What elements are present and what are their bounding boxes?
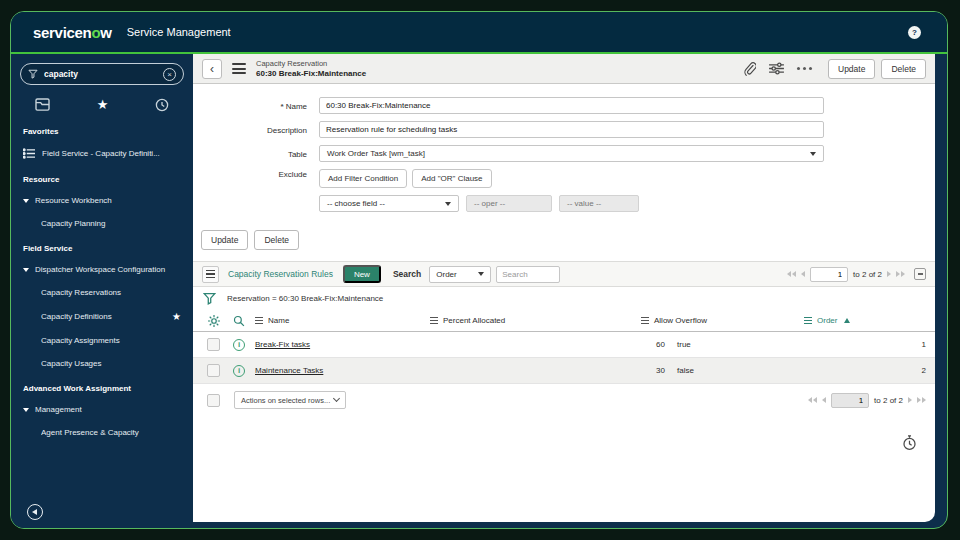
new-button[interactable]: New: [343, 265, 381, 283]
info-icon[interactable]: i: [233, 339, 245, 351]
column-header-name[interactable]: Name: [255, 316, 430, 325]
more-options-icon[interactable]: [797, 67, 813, 71]
name-field-label: *Name: [193, 101, 319, 111]
record-type-label: Capacity Reservation: [256, 59, 366, 69]
nav-section-field-service: Field Service: [11, 235, 193, 258]
add-filter-condition-button[interactable]: Add Filter Condition: [319, 169, 407, 188]
table-select[interactable]: Work Order Task [wm_task]: [319, 145, 824, 162]
form-caption-bar: ‹ Capacity Reservation 60:30 Break-Fix:M…: [193, 54, 935, 84]
condition-row-spacer: [193, 203, 319, 204]
column-header-order[interactable]: Order: [804, 316, 850, 325]
order-value: 2: [828, 366, 935, 375]
list-refresh-timer-icon[interactable]: [902, 435, 917, 451]
sidebar-search[interactable]: ×: [20, 63, 184, 85]
favorites-tab-icon[interactable]: ★: [97, 97, 109, 112]
gear-icon[interactable]: [208, 315, 220, 327]
delete-button[interactable]: Delete: [881, 59, 926, 79]
required-marker: *: [281, 102, 284, 111]
personalize-form-sliders-icon[interactable]: [769, 62, 784, 75]
capacity-reservation-rules-list: Capacity Reservation Rules New Search Or…: [193, 261, 935, 451]
next-page-icon[interactable]: [908, 397, 912, 403]
delete-button-bottom[interactable]: Delete: [254, 230, 299, 250]
search-input[interactable]: [44, 69, 163, 79]
list-icon: [23, 148, 36, 159]
collapse-sidebar-button[interactable]: [27, 504, 43, 520]
help-icon[interactable]: ?: [908, 26, 921, 39]
column-header-percent-allocated[interactable]: Percent Allocated: [430, 316, 641, 325]
last-page-icon[interactable]: [917, 397, 926, 403]
row-checkbox[interactable]: [207, 364, 220, 377]
nav-section-favorites: Favorites: [11, 118, 193, 141]
page-number-input[interactable]: [810, 267, 848, 282]
all-applications-icon[interactable]: [35, 98, 50, 111]
form-context-menu-icon[interactable]: [232, 63, 246, 74]
sidebar-item-capacity-planning[interactable]: Capacity Planning: [11, 212, 193, 235]
next-page-icon[interactable]: [887, 271, 891, 277]
previous-page-icon[interactable]: [822, 397, 826, 403]
record-link[interactable]: Break-Fix tasks: [255, 340, 310, 349]
column-menu-icon: [641, 317, 649, 324]
sidebar-item-capacity-usages[interactable]: Capacity Usages: [11, 352, 193, 375]
minimize-list-icon[interactable]: [914, 268, 926, 280]
first-page-icon[interactable]: [787, 271, 796, 277]
first-page-icon[interactable]: [808, 397, 817, 403]
chevron-down-icon: [333, 395, 340, 402]
attachment-paperclip-icon[interactable]: [743, 62, 756, 76]
name-field[interactable]: [319, 97, 824, 114]
clear-search-icon[interactable]: ×: [163, 68, 176, 81]
back-button[interactable]: ‹: [202, 59, 222, 79]
actions-on-selected-rows-select[interactable]: Actions on selected rows...: [234, 391, 346, 409]
chevron-down-icon: [23, 268, 29, 272]
description-field[interactable]: [319, 121, 824, 138]
table-row[interactable]: i Break-Fix tasks 60 true 1: [193, 332, 935, 358]
column-menu-icon: [804, 317, 812, 324]
breadcrumb-filter-text[interactable]: Reservation = 60:30 Break-Fix:Maintenanc…: [227, 294, 383, 303]
table-row[interactable]: i Maintenance Tasks 30 false 2: [193, 358, 935, 384]
choose-field-select[interactable]: -- choose field --: [319, 195, 459, 212]
order-value: 1: [828, 340, 935, 349]
sidebar-item-agent-presence-capacity[interactable]: Agent Presence & Capacity: [11, 421, 193, 444]
operator-field-disabled: -- oper --: [466, 195, 552, 212]
arrow-left-icon: [32, 509, 37, 515]
list-title-link[interactable]: Capacity Reservation Rules: [228, 269, 333, 279]
previous-page-icon[interactable]: [801, 271, 805, 277]
chevron-down-icon: [478, 272, 484, 276]
filter-funnel-icon[interactable]: [203, 292, 216, 305]
percent-allocated-value: 30: [430, 366, 665, 375]
sidebar-item-resource-workbench[interactable]: Resource Workbench: [11, 189, 193, 212]
sidebar-tabs: ★: [11, 89, 193, 118]
column-header-allow-overflow[interactable]: Allow Overflow: [641, 316, 804, 325]
update-button-bottom[interactable]: Update: [201, 230, 248, 250]
list-pagination-top: to 2 of 2: [787, 267, 926, 282]
search-icon[interactable]: [233, 315, 245, 327]
info-icon[interactable]: i: [233, 365, 245, 377]
record-link[interactable]: Maintenance Tasks: [255, 366, 323, 375]
record-form: *Name Description Table Work Order Task …: [193, 84, 935, 212]
list-context-menu-icon[interactable]: [202, 266, 219, 283]
row-checkbox[interactable]: [207, 338, 220, 351]
allow-overflow-value: true: [665, 340, 828, 349]
search-field-select[interactable]: Order: [429, 266, 491, 283]
sidebar: × ★ Favorites Field Service - Capacity D…: [11, 54, 193, 529]
description-field-label: Description: [193, 125, 319, 135]
sidebar-item-dispatcher-workspace-configuration[interactable]: Dispatcher Workspace Configuration: [11, 258, 193, 281]
sidebar-item-capacity-reservations[interactable]: Capacity Reservations: [11, 281, 193, 304]
percent-allocated-value: 60: [430, 340, 665, 349]
app-header: servicenow Service Management ?: [11, 12, 947, 52]
sidebar-item-field-service-capacity-definitions[interactable]: Field Service - Capacity Definiti...: [11, 141, 193, 166]
favorite-star-icon[interactable]: ★: [172, 311, 181, 322]
update-button[interactable]: Update: [828, 59, 875, 79]
sidebar-item-management[interactable]: Management: [11, 398, 193, 421]
select-all-checkbox[interactable]: [207, 394, 220, 407]
page-number-input[interactable]: [831, 393, 869, 408]
table-field-label: Table: [193, 149, 319, 159]
list-search-input[interactable]: [496, 266, 560, 283]
record-name-label: 60:30 Break-Fix:Maintenance: [256, 69, 366, 79]
last-page-icon[interactable]: [896, 271, 905, 277]
sidebar-item-capacity-assignments[interactable]: Capacity Assignments: [11, 329, 193, 352]
pagination-range-label: to 2 of 2: [853, 270, 882, 279]
add-or-clause-button[interactable]: Add "OR" Clause: [412, 169, 491, 188]
sidebar-item-capacity-definitions[interactable]: Capacity Definitions ★: [11, 304, 193, 329]
filter-funnel-icon: [28, 69, 38, 79]
history-tab-icon[interactable]: [155, 98, 169, 112]
